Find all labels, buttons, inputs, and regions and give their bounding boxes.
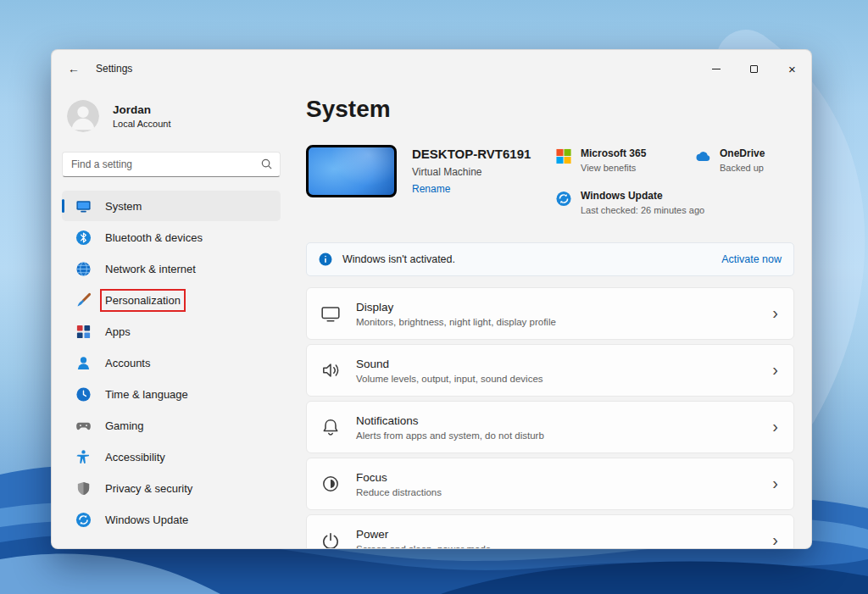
sidebar-item-label: Windows Update [105,514,188,526]
card-subtitle: Screen and sleep, power mode [356,544,491,550]
tile-title: Windows Update [581,190,704,202]
notifications-card[interactable]: Notifications Alerts from apps and syste… [306,401,794,453]
user-account-type: Local Account [113,119,171,129]
sidebar-item-label: Accessibility [105,451,165,464]
speaker-icon [320,360,341,380]
focus-icon [320,474,341,494]
sidebar-item-label: System [105,200,142,213]
power-icon [320,530,341,549]
sidebar: Jordan Local Account System [52,87,296,548]
bluetooth-icon [75,230,92,246]
game-controller-icon [75,418,92,434]
page-title: System [306,96,794,123]
display-card[interactable]: Display Monitors, brightness, night ligh… [306,287,794,340]
maximize-icon [750,65,758,73]
sound-card[interactable]: Sound Volume levels, output, input, soun… [306,344,794,397]
sidebar-item-label: Privacy & security [105,482,192,495]
sidebar-item-system[interactable]: System [62,191,281,221]
sidebar-item-label: Time & language [105,388,188,401]
info-icon [319,253,332,266]
accessibility-person-icon [75,449,92,465]
close-button[interactable]: × [773,50,811,87]
microsoft-365-icon [555,147,572,164]
tile-title: OneDrive [720,147,765,159]
avatar [67,100,99,132]
sidebar-item-label: Apps [105,325,131,338]
settings-window: ← Settings × Jordan Local Account [51,49,812,549]
main-content: System DESKTOP-RVT6191 Virtual Machine R… [296,87,811,548]
chevron-right-icon: › [772,304,778,324]
sidebar-item-apps[interactable]: Apps [62,316,281,347]
search-input[interactable] [62,152,281,177]
activate-now-link[interactable]: Activate now [721,253,782,265]
globe-icon [75,261,92,277]
sidebar-item-label: Network & internet [105,263,196,275]
onedrive-tile[interactable]: OneDrive Backed up [694,147,794,173]
selected-indicator [62,199,64,213]
power-card[interactable]: Power Screen and sleep, power mode › [306,514,794,549]
device-type: Virtual Machine [412,166,531,178]
windows-update-icon [555,190,572,207]
device-name: DESKTOP-RVT6191 [412,147,531,161]
maximize-button[interactable] [735,50,773,87]
bell-icon [320,417,341,437]
sidebar-item-gaming[interactable]: Gaming [62,410,281,441]
clock-icon [75,386,92,402]
tile-subtitle: Backed up [720,163,765,173]
card-title: Sound [356,358,543,370]
apps-grid-icon [75,324,92,340]
sidebar-item-windows-update[interactable]: Windows Update [62,504,281,535]
user-account[interactable]: Jordan Local Account [62,94,281,138]
window-title: Settings [96,63,132,75]
titlebar: ← Settings × [52,50,811,87]
minimize-icon [712,69,721,69]
card-title: Notifications [356,414,544,427]
user-name: Jordan [113,103,171,116]
chevron-right-icon: › [772,531,778,550]
device-thumbnail [306,145,397,197]
card-title: Power [356,528,491,541]
tile-title: Microsoft 365 [581,147,646,159]
paintbrush-icon [75,292,92,308]
sidebar-item-accounts[interactable]: Accounts [62,347,281,378]
shield-icon [75,480,92,497]
sidebar-item-label: Bluetooth & devices [105,231,203,244]
activation-message: Windows isn't activated. [342,253,455,265]
onedrive-cloud-icon [694,147,711,164]
sidebar-item-label: Accounts [105,357,150,369]
settings-cards: Display Monitors, brightness, night ligh… [306,287,794,549]
focus-card[interactable]: Focus Reduce distractions › [306,458,794,510]
back-button[interactable]: ← [60,57,87,80]
chevron-right-icon: › [772,361,778,380]
search-box [62,152,281,177]
card-subtitle: Monitors, brightness, night light, displ… [356,317,556,327]
card-title: Display [356,301,556,314]
sidebar-item-label personalization-annotation: Personalization [105,294,181,307]
tile-subtitle: View benefits [581,163,646,173]
sidebar-item-bluetooth-devices[interactable]: Bluetooth & devices [62,222,281,253]
card-subtitle: Alerts from apps and system, do not dist… [356,430,544,441]
sidebar-item-privacy-security[interactable]: Privacy & security [62,473,281,503]
sidebar-item-label: Gaming [105,419,144,432]
device-section: DESKTOP-RVT6191 Virtual Machine Rename M… [306,145,794,215]
person-icon [75,355,92,371]
microsoft-365-tile[interactable]: Microsoft 365 View benefits [555,147,682,173]
minimize-button[interactable] [697,50,735,87]
sidebar-item-personalization[interactable]: Personalization [62,285,281,315]
sidebar-item-network-internet[interactable]: Network & internet [62,253,281,284]
rename-link[interactable]: Rename [412,183,450,195]
back-arrow-icon: ← [68,62,80,75]
chevron-right-icon: › [772,475,778,494]
sidebar-item-accessibility[interactable]: Accessibility [62,441,281,472]
chevron-right-icon: › [772,418,778,437]
card-subtitle: Volume levels, output, input, sound devi… [356,374,543,384]
windows-update-tile[interactable]: Windows Update Last checked: 26 minutes … [555,190,794,215]
system-icon [75,198,92,214]
status-tiles: Microsoft 365 View benefits OneDrive Bac… [555,145,794,215]
close-icon: × [788,62,796,76]
tile-subtitle: Last checked: 26 minutes ago [581,205,704,215]
activation-banner: Windows isn't activated. Activate now [306,242,794,276]
update-arrows-icon [75,512,92,528]
card-title: Focus [356,471,442,484]
sidebar-item-time-language[interactable]: Time & language [62,379,281,409]
